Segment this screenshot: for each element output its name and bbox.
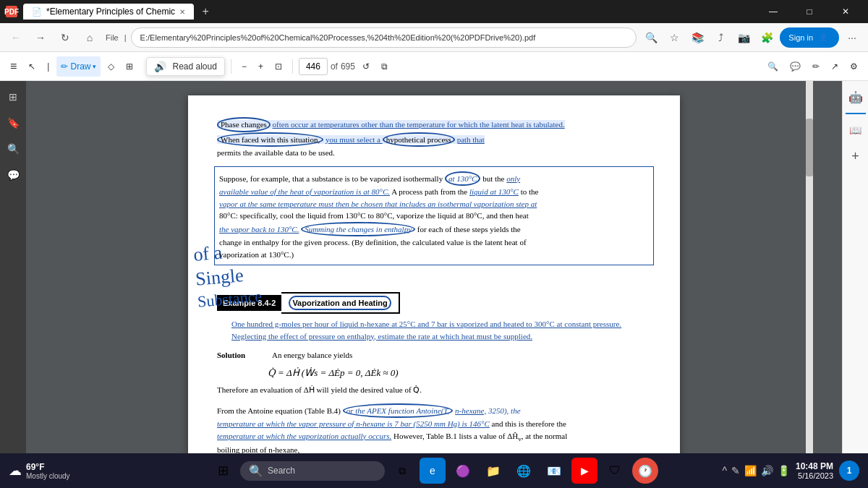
share-btn[interactable]: ⤴ [710,27,731,48]
weather-icon: ☁ [9,463,22,479]
menu-btn[interactable]: ≡ [6,56,21,77]
pdf-share-btn[interactable]: ↗ [827,56,843,77]
main-equation: Q̇ = ΔḢ (Ẇs = ΔĖp = 0, ΔĖk ≈ 0) [268,366,651,380]
sidebar-thumbnails[interactable]: ⊞ [3,87,23,107]
search-address-btn[interactable]: 🔍 [641,27,661,48]
minimize-btn[interactable]: — [757,0,790,23]
tray-wifi-icon[interactable]: 📶 [744,465,757,476]
address-bar: ← → ↻ ⌂ File | 🔍 ☆ 📚 ⤴ 📷 🧩 Sign in 👤 ··· [0,23,868,52]
pdf-comment-btn[interactable]: 💬 [786,56,805,77]
chrome-btn[interactable]: 🌐 [511,458,537,484]
new-tab-btn[interactable]: + [197,3,214,20]
example-label: Example 8.4-2 [217,295,281,312]
pdf-scrollbar[interactable] [806,81,813,453]
mail-btn[interactable]: 📧 [541,458,567,484]
more-btn[interactable]: ··· [842,27,862,48]
app-icon: PDF [6,6,17,17]
copy-btn[interactable]: ⧉ [377,56,392,77]
rotate-btn[interactable]: ↺ [358,56,374,77]
sidebar-comments[interactable]: 💬 [3,165,23,185]
highlight-1: Phase changes often occur at temperature… [217,120,565,144]
total-pages: 695 [341,61,355,72]
notification-area[interactable]: 1 [839,461,859,481]
sidebar-bookmarks[interactable]: 🔖 [3,113,23,133]
circled-phase: Phase changes [217,117,271,132]
taskview-btn[interactable]: ⧉ [389,458,415,484]
tray-battery-icon[interactable]: 🔋 [778,465,790,476]
edge-copilot-icon[interactable]: 🤖 [846,87,866,107]
weather-text: 69°F Mostly cloudy [26,462,70,480]
add-icon[interactable]: + [846,146,866,166]
cursor-btn[interactable]: ↖ [24,56,40,77]
search-label: Search [268,466,295,476]
solution-text: An energy balance yields [272,349,352,361]
active-tab[interactable]: 📄 *Elementary Principles of Chemic ✕ [23,4,194,20]
forward-btn[interactable]: → [30,27,51,48]
paragraph-3: Therefore an evaluation of ΔḢ will yield… [217,384,651,396]
example-title: Vaporization and Heating [281,292,399,314]
ext-btn[interactable]: 🧩 [757,27,777,48]
speaker-icon: 🔊 [154,61,166,72]
teams-btn[interactable]: 🟣 [450,458,476,484]
clock-time: 10:48 PM [796,461,833,471]
fit-btn[interactable]: ⊞ [122,56,137,77]
youtube-btn[interactable]: ▶ [571,458,597,484]
pdf-search-btn[interactable]: 🔍 [763,56,783,77]
pdf-scroll-thumb[interactable] [806,119,813,176]
read-aloud-bar: 🔊 Read aloud [146,57,224,76]
maximize-btn[interactable]: □ [793,0,826,23]
back-btn[interactable]: ← [6,27,26,48]
tray-speaker-icon[interactable]: 🔊 [761,465,773,476]
tray-edit-icon[interactable]: ✎ [731,465,740,476]
screenshot-btn[interactable]: 📷 [733,27,754,48]
collections-btn[interactable]: 📚 [687,27,707,48]
fit-page-btn[interactable]: ⊡ [271,56,286,77]
taskbar-right: ^ ✎ 📶 🔊 🔋 10:48 PM 5/16/2023 1 [722,461,859,481]
taskbar-clock[interactable]: 10:48 PM 5/16/2023 [796,461,833,480]
home-btn[interactable]: ⌂ [80,27,100,48]
sidebar-search[interactable]: 🔍 [3,139,23,159]
close-btn[interactable]: ✕ [829,0,862,23]
pdf-page: of a Single Substance Phase changes ofte… [188,95,680,453]
paragraph-1: Phase changes often occur at temperature… [217,117,651,159]
taskbar: ☁ 69°F Mostly cloudy ⊞ 🔍 Search ⧉ e 🟣 📁 … [0,453,868,488]
explorer-btn[interactable]: 📁 [480,458,506,484]
select-btn[interactable]: | [43,56,54,77]
zoom-out-btn[interactable]: − [237,56,251,77]
antivirus-btn[interactable]: 🛡 [602,458,628,484]
ink-btn[interactable]: ◇ [103,56,119,77]
draw-btn[interactable]: ✏ Draw ▾ [56,56,101,77]
page-input[interactable] [299,58,328,75]
page-nav: of 695 [299,58,355,75]
pdf-settings-btn[interactable]: ⚙ [846,56,862,77]
draw-icon: ✏ [61,61,68,72]
active-indicator [846,113,866,114]
weather-widget[interactable]: ☁ 69°F Mostly cloudy [9,462,70,480]
pdf-content-area[interactable]: of a Single Substance Phase changes ofte… [26,81,842,453]
clock-app-btn[interactable]: 🕐 [632,458,658,484]
pdf-edit-btn[interactable]: ✏ [808,56,824,77]
tab-close-btn[interactable]: ✕ [179,8,185,16]
title-bar: PDF 📄 *Elementary Principles of Chemic ✕… [0,0,868,23]
tray-chevron[interactable]: ^ [722,465,727,476]
immersive-reader-icon[interactable]: 📖 [846,120,866,140]
edge-sidebar-indicator [830,29,832,43]
address-input[interactable] [131,27,637,48]
example-desc: One hundred g-moles per hour of liquid n… [231,318,651,342]
left-sidebar: ⊞ 🔖 🔍 💬 [0,81,26,453]
address-separator: | [124,33,127,42]
refresh-btn[interactable]: ↻ [55,27,75,48]
right-sidebar: 🤖 📖 + [842,81,868,453]
read-aloud-label: Read aloud [172,61,216,72]
edge-taskbar-btn[interactable]: e [420,458,446,484]
weather-condition: Mostly cloudy [26,472,70,480]
divider-2 [292,59,293,74]
start-btn[interactable]: ⊞ [210,458,236,484]
draw-chevron: ▾ [93,63,96,70]
zoom-in-btn[interactable]: + [254,56,268,77]
fav-btn[interactable]: ☆ [664,27,684,48]
draw-label: Draw [70,61,90,72]
taskbar-search[interactable]: 🔍 Search [240,461,385,481]
example-box: Example 8.4-2 Vaporization and Heating [217,292,400,314]
notification-btn[interactable]: 1 [839,461,859,481]
